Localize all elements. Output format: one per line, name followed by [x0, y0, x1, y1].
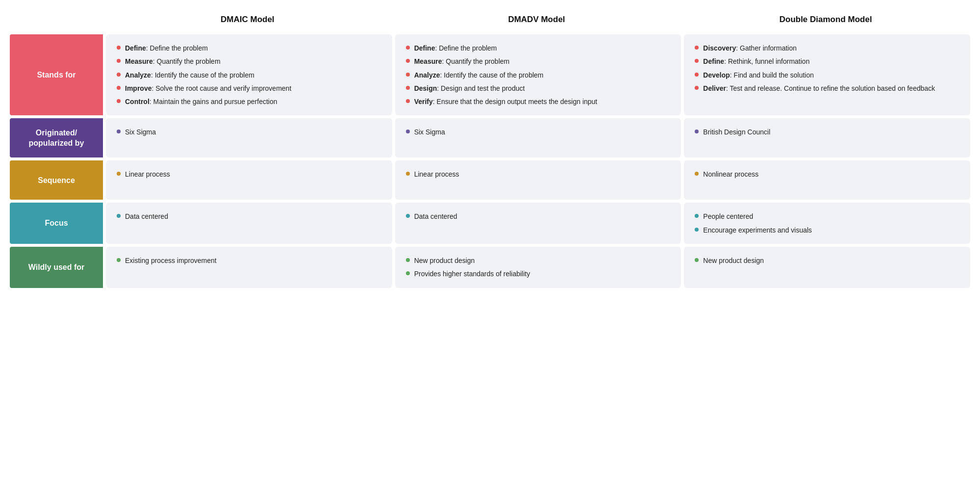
list-item: New product design: [406, 256, 671, 265]
row-label-3: Focus: [10, 203, 103, 244]
list-item: Six Sigma: [117, 127, 381, 137]
table-header: DMAIC Model DMADV Model Double Diamond M…: [10, 10, 970, 31]
list-item-text: Encourage experiments and visuals: [703, 225, 812, 235]
bullet-icon: [406, 86, 410, 90]
bullet-icon: [695, 172, 699, 176]
list-item: Data centered: [117, 211, 381, 221]
list-item: Six Sigma: [406, 127, 671, 137]
cell-r3-c1: Data centered: [395, 203, 681, 244]
cell-r3-c2: People centeredEncourage experiments and…: [684, 203, 970, 244]
row-label-4: Wildly used for: [10, 247, 103, 288]
bullet-icon: [117, 73, 121, 77]
bullet-icon: [406, 130, 410, 133]
table-row: Wildly used forExisting process improvem…: [10, 247, 970, 288]
bullet-icon: [695, 46, 699, 50]
bullet-icon: [117, 46, 121, 50]
bullet-icon: [117, 99, 121, 103]
row-label-2: Sequence: [10, 160, 103, 200]
list-item-text: Linear process: [414, 169, 459, 179]
bullet-icon: [406, 99, 410, 103]
list-item: Control: Maintain the gains and pursue p…: [117, 97, 381, 106]
list-item-text: Define: Define the problem: [414, 43, 497, 53]
header-empty: [10, 10, 103, 31]
bullet-icon: [695, 214, 699, 218]
header-dmaic: DMAIC Model: [103, 10, 392, 31]
list-item: Measure: Quantify the problem: [117, 56, 381, 66]
list-item: Measure: Quantify the problem: [406, 56, 671, 66]
table-row: FocusData centeredData centeredPeople ce…: [10, 203, 970, 244]
header-double-diamond: Double Diamond Model: [681, 10, 970, 31]
list-item-text: Provides higher standards of reliability: [414, 269, 530, 279]
row-label-0: Stands for: [10, 34, 103, 115]
bullet-icon: [117, 172, 121, 176]
list-item-text: Data centered: [414, 211, 457, 221]
list-item-text: Verify: Ensure that the design output me…: [414, 97, 598, 106]
table-row: Originated/ popularized bySix SigmaSix S…: [10, 118, 970, 157]
list-item: People centered: [695, 211, 959, 221]
list-item: Data centered: [406, 211, 671, 221]
list-item-text: Define: Rethink, funnel information: [703, 56, 809, 66]
list-item: Analyze: Identify the cause of the probl…: [117, 70, 381, 80]
list-item: British Design Council: [695, 127, 959, 137]
bullet-icon: [117, 130, 121, 133]
list-item-text: Define: Define the problem: [125, 43, 208, 53]
list-item: Linear process: [117, 169, 381, 179]
header-dmadv: DMADV Model: [392, 10, 681, 31]
bullet-icon: [406, 59, 410, 63]
bullet-icon: [117, 86, 121, 90]
cell-r4-c0: Existing process improvement: [106, 247, 392, 288]
list-item: Encourage experiments and visuals: [695, 225, 959, 235]
list-item: Improve: Solve the root cause and verify…: [117, 83, 381, 93]
cell-r3-c0: Data centered: [106, 203, 392, 244]
list-item: Provides higher standards of reliability: [406, 269, 671, 279]
bullet-icon: [695, 258, 699, 262]
bullet-icon: [406, 214, 410, 218]
bullet-icon: [406, 258, 410, 262]
cell-r0-c0: Define: Define the problemMeasure: Quant…: [106, 34, 392, 115]
list-item-text: New product design: [414, 256, 475, 265]
list-item: Analyze: Identify the cause of the probl…: [406, 70, 671, 80]
cell-r0-c2: Discovery: Gather informationDefine: Ret…: [684, 34, 970, 115]
list-item-text: Data centered: [125, 211, 168, 221]
list-item-text: People centered: [703, 211, 753, 221]
list-item-text: Existing process improvement: [125, 256, 217, 265]
list-item-text: Analyze: Identify the cause of the probl…: [125, 70, 254, 80]
bullet-icon: [695, 130, 699, 133]
cell-r4-c1: New product designProvides higher standa…: [395, 247, 681, 288]
list-item: Define: Define the problem: [406, 43, 671, 53]
list-item-text: Linear process: [125, 169, 170, 179]
list-item-text: Design: Design and test the product: [414, 83, 525, 93]
bullet-icon: [406, 172, 410, 176]
list-item: Linear process: [406, 169, 671, 179]
bullet-icon: [406, 73, 410, 77]
list-item-text: Six Sigma: [125, 127, 156, 137]
bullet-icon: [695, 59, 699, 63]
list-item-text: Improve: Solve the root cause and verify…: [125, 83, 291, 93]
list-item-text: Measure: Quantify the problem: [414, 56, 510, 66]
list-item: Develop: Find and build the solution: [695, 70, 959, 80]
cell-r0-c1: Define: Define the problemMeasure: Quant…: [395, 34, 681, 115]
bullet-icon: [117, 214, 121, 218]
list-item-text: Nonlinear process: [703, 169, 758, 179]
table-row: Stands forDefine: Define the problemMeas…: [10, 34, 970, 115]
list-item: Design: Design and test the product: [406, 83, 671, 93]
list-item-text: Analyze: Identify the cause of the probl…: [414, 70, 544, 80]
cell-r4-c2: New product design: [684, 247, 970, 288]
bullet-icon: [117, 258, 121, 262]
list-item: Deliver: Test and release. Continue to r…: [695, 83, 959, 93]
list-item-text: New product design: [703, 256, 764, 265]
bullet-icon: [406, 46, 410, 50]
table-row: SequenceLinear processLinear processNonl…: [10, 160, 970, 200]
list-item-text: Deliver: Test and release. Continue to r…: [703, 83, 935, 93]
bullet-icon: [117, 59, 121, 63]
bullet-icon: [695, 228, 699, 232]
list-item-text: Discovery: Gather information: [703, 43, 797, 53]
list-item-text: Develop: Find and build the solution: [703, 70, 814, 80]
list-item: New product design: [695, 256, 959, 265]
row-label-1: Originated/ popularized by: [10, 118, 103, 157]
list-item: Define: Rethink, funnel information: [695, 56, 959, 66]
cell-r1-c2: British Design Council: [684, 118, 970, 157]
list-item: Discovery: Gather information: [695, 43, 959, 53]
cell-r1-c1: Six Sigma: [395, 118, 681, 157]
list-item-text: British Design Council: [703, 127, 770, 137]
